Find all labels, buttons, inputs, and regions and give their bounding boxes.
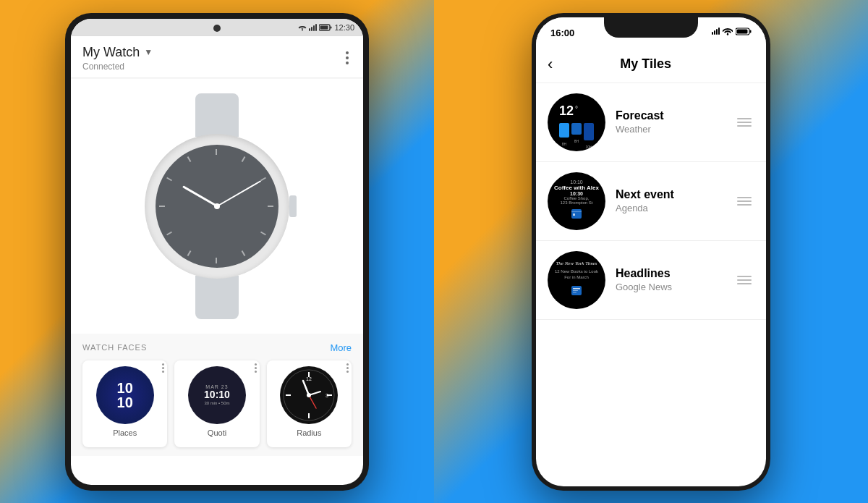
face-places-label: Places (113, 428, 137, 441)
tile-info-headlines: Headlines Google News (616, 267, 724, 292)
news-icon (571, 284, 582, 296)
agenda-event-time2: 10:30 (554, 191, 599, 196)
watch-status: Connected (82, 62, 153, 72)
tile-icon-forecast: 12 ° 🌤 8H 8H (548, 93, 605, 151)
iphone-page-header: ‹ My Tiles (536, 49, 766, 83)
svg-rect-22 (573, 214, 575, 216)
page-title: My Tiles (558, 56, 733, 72)
tile-handle-forecast[interactable] (734, 115, 754, 130)
iphone-status-icons (712, 28, 752, 35)
nyt-title: The New York Times (552, 261, 601, 266)
tile-sub-next-event: Agenda (616, 203, 724, 214)
back-button[interactable]: ‹ (548, 55, 553, 74)
tiles-list: 12 ° 🌤 8H 8H (536, 83, 766, 320)
agenda-event-time: Coffee with Alex (554, 185, 599, 191)
svg-rect-3 (320, 25, 328, 29)
svg-point-16 (727, 33, 728, 35)
quoti-time: 10:10 (204, 389, 230, 399)
forecast-degree: ° (575, 105, 578, 113)
more-options-button[interactable] (343, 48, 352, 67)
tile-sub-forecast: Weather (616, 124, 724, 135)
watch-title-text: My Watch (82, 45, 140, 60)
tile-item-next-event[interactable]: 10:10 Coffee with Alex 10:30 Coffee Shop… (536, 162, 766, 241)
news-icon-wrapper (552, 284, 601, 299)
watch-band-top (195, 93, 239, 137)
iphone: 16:00 (532, 13, 770, 491)
face-options-radius[interactable] (346, 363, 349, 373)
svg-rect-21 (571, 211, 582, 212)
radius-clock-svg: 12 3 (280, 366, 338, 424)
iphone-signal-icon (712, 28, 720, 35)
face-radius-label: Radius (297, 428, 321, 441)
tile-sub-headlines: Google News (616, 282, 724, 292)
svg-rect-26 (573, 292, 576, 293)
tile-info-forecast: Forecast Weather (616, 109, 724, 135)
tile-info-next-event: Next event Agenda (616, 188, 724, 214)
iphone-time: 16:00 (550, 28, 574, 38)
agenda-time-label: 10:10 (554, 179, 599, 185)
svg-point-13 (307, 393, 311, 397)
watch-faces-grid: 10 10 Places (82, 360, 352, 447)
forecast-bars: 8H 8H 10H (559, 123, 594, 140)
wifi-icon (298, 24, 307, 31)
agenda-icon-wrapper (554, 208, 599, 222)
watch-face (156, 145, 278, 268)
svg-rect-2 (331, 26, 332, 28)
tile-item-forecast[interactable]: 12 ° 🌤 8H 8H (536, 83, 766, 162)
face-thumb-radius: 12 3 (280, 366, 338, 424)
iphone-battery-icon (736, 28, 752, 35)
minute-hand (217, 180, 262, 207)
watch-circle (145, 134, 289, 279)
face-thumb-quoti: MAR 23 10:10 30 min • 50m (188, 366, 246, 424)
watch-faces-title: WATCH FACES (82, 343, 147, 352)
watch-crown (289, 195, 297, 217)
battery-icon (319, 24, 332, 31)
signal-icon (309, 24, 317, 31)
nyt-headline: 12 New Books to Look For in March (552, 269, 601, 281)
more-link[interactable]: More (330, 342, 352, 353)
iphone-notch-area: 16:00 (536, 17, 766, 49)
watch-faces-section: WATCH FACES More 10 10 (71, 334, 363, 456)
agenda-location2: 123 Brompton St (554, 200, 599, 205)
watch-band-bottom (195, 276, 239, 319)
tile-handle-next-event[interactable] (734, 194, 754, 208)
watch-display-area (71, 79, 363, 334)
tile-name-next-event: Next event (616, 188, 724, 201)
tile-icon-headlines: The New York Times 12 New Books to Look … (548, 251, 605, 309)
weather-icon: 🌤 (579, 103, 594, 120)
android-camera (213, 25, 221, 32)
center-dot (214, 203, 220, 209)
quoti-sub: 30 min • 50m (204, 400, 230, 405)
tile-name-forecast: Forecast (616, 109, 724, 122)
face-thumb-places: 10 10 (96, 366, 154, 424)
left-panel: 12:30 My Watch ▼ Connected (0, 0, 434, 503)
watch-face-card-places[interactable]: 10 10 Places (82, 360, 167, 447)
tile-name-headlines: Headlines (616, 267, 724, 280)
android-time: 12:30 (334, 23, 354, 32)
svg-rect-25 (573, 290, 578, 291)
forecast-temp: 12 (559, 103, 574, 119)
face-options-places[interactable] (162, 363, 164, 373)
face-options-quoti[interactable] (255, 363, 257, 373)
svg-rect-24 (573, 288, 580, 289)
dropdown-arrow-icon[interactable]: ▼ (144, 47, 153, 57)
svg-text:3: 3 (326, 393, 328, 398)
svg-rect-19 (737, 29, 748, 33)
tile-icon-next-event: 10:10 Coffee with Alex 10:30 Coffee Shop… (548, 172, 605, 230)
svg-rect-18 (750, 30, 752, 33)
iphone-notch (604, 17, 698, 38)
calendar-icon (571, 208, 582, 219)
android-phone: 12:30 My Watch ▼ Connected (65, 13, 369, 491)
watch-face-card-quoti[interactable]: MAR 23 10:10 30 min • 50m Quoti (174, 360, 259, 447)
android-header: My Watch ▼ Connected (71, 36, 363, 77)
iphone-wifi-icon (723, 28, 733, 35)
right-panel: 16:00 (434, 0, 868, 503)
face-places-text: 10 10 (117, 381, 133, 410)
tile-handle-headlines[interactable] (734, 273, 754, 287)
svg-text:12: 12 (306, 376, 312, 381)
svg-point-0 (302, 29, 303, 30)
hour-hand (182, 185, 218, 207)
face-quoti-label: Quoti (208, 428, 226, 441)
tile-item-headlines[interactable]: The New York Times 12 New Books to Look … (536, 241, 766, 320)
watch-face-card-radius[interactable]: 12 3 Radius (267, 360, 352, 447)
